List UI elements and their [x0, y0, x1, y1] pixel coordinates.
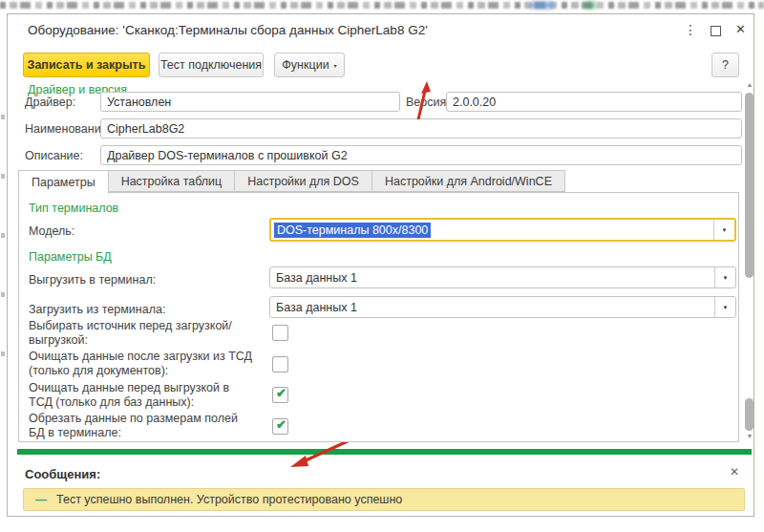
download-from-terminal-combobox[interactable]: База данных 1 ▼	[269, 296, 736, 318]
clear-before-upload-checkbox[interactable]: ✔	[272, 387, 288, 403]
test-connection-button[interactable]: Тест подключения	[159, 53, 264, 77]
clear-after-load-label: Очищать данные после загрузки из ТСД (то…	[29, 350, 256, 378]
model-label: Модель:	[29, 224, 74, 238]
tab-parameters[interactable]: Параметры	[18, 170, 109, 194]
chevron-down-icon: ▾	[334, 62, 337, 69]
settings-tabs: Параметры Настройка таблиц Настройки для…	[18, 170, 565, 194]
messages-close-icon[interactable]: ✕	[730, 465, 739, 479]
upload-to-terminal-label: Выгрузить в терминал:	[29, 273, 156, 287]
background-edge-marks	[1, 115, 5, 372]
name-field[interactable]	[100, 118, 742, 138]
download-selected-value: База данных 1	[270, 301, 357, 314]
parameters-tab-panel: Тип терминалов Модель: DOS-терминалы 800…	[18, 192, 739, 442]
form-scrollbar[interactable]: ▲ ▼	[743, 81, 756, 440]
version-field[interactable]	[446, 92, 742, 112]
trim-data-label: Обрезать данные по размерам полей БД в т…	[29, 412, 256, 440]
clear-before-upload-label: Очищать данные перед выгрузкой в ТСД (то…	[29, 381, 256, 410]
db-parameters-header: Параметры БД	[29, 250, 112, 264]
name-label: Наименование:	[25, 122, 111, 136]
download-dropdown-button[interactable]: ▼	[714, 297, 735, 317]
scrollbar-thumb[interactable]	[745, 93, 753, 278]
driver-label: Драйвер:	[25, 96, 75, 109]
upload-to-terminal-combobox[interactable]: База данных 1 ▼	[269, 266, 736, 288]
functions-label: Функции	[282, 58, 329, 72]
terminal-type-header: Тип терминалов	[29, 202, 118, 215]
tab-table-setup[interactable]: Настройка таблиц	[108, 170, 236, 192]
tab-dos-settings[interactable]: Настройки для DOS	[234, 170, 372, 192]
tab-android-wince-settings[interactable]: Настройки для Android/WinCE	[371, 170, 565, 192]
message-text: Тест успешно выполнен. Устройство протес…	[56, 493, 402, 506]
message-dash-icon: —	[35, 493, 47, 506]
scroll-up-icon[interactable]: ▲	[743, 81, 756, 89]
scroll-down-icon[interactable]: ▼	[743, 433, 756, 440]
model-selected-value: DOS-терминалы 800x/8300	[274, 223, 431, 238]
success-progress-bar	[17, 449, 752, 455]
background-blur-accent	[531, 2, 554, 9]
close-icon[interactable]: ✕	[735, 22, 746, 37]
model-dropdown-button[interactable]: ▼	[713, 220, 734, 240]
model-combobox[interactable]: DOS-терминалы 800x/8300 ▼	[269, 218, 736, 242]
description-label: Описание:	[25, 149, 83, 162]
choose-source-label: Выбирать источник перед загрузкой/выгруз…	[29, 319, 256, 348]
messages-header: Сообщения:	[25, 467, 100, 481]
help-button[interactable]: ?	[711, 53, 739, 77]
trim-data-checkbox[interactable]: ✔	[272, 418, 288, 435]
background-blur-accent	[584, 2, 596, 9]
checkmark-icon: ✔	[276, 418, 286, 431]
chevron-down-icon: ▼	[723, 305, 729, 310]
driver-field[interactable]	[100, 92, 400, 112]
upload-dropdown-button[interactable]: ▼	[714, 267, 735, 287]
clear-after-load-checkbox[interactable]: ✔	[272, 356, 288, 372]
background-blur-strip	[0, 2, 764, 9]
more-menu-icon[interactable]: ⋮	[684, 22, 697, 37]
window-title: Оборудование: 'Сканкод:Терминалы сбора д…	[28, 23, 428, 37]
download-from-terminal-label: Загрузить из терминала:	[29, 303, 165, 316]
scrollbar-thumb[interactable]	[745, 398, 753, 431]
chevron-down-icon: ▼	[722, 227, 728, 233]
description-field[interactable]	[100, 145, 742, 165]
chevron-down-icon: ▼	[723, 275, 729, 281]
functions-menu-button[interactable]: Функции ▾	[274, 53, 345, 77]
upload-selected-value: База данных 1	[270, 271, 357, 285]
equipment-dialog: Оборудование: 'Сканкод:Терминалы сбора д…	[7, 13, 754, 517]
save-and-close-button[interactable]: Записать и закрыть	[23, 53, 150, 77]
checkmark-icon: ✔	[276, 387, 286, 399]
version-label: Версия:	[406, 96, 450, 109]
maximize-icon[interactable]	[711, 26, 721, 36]
choose-source-checkbox[interactable]: ✔	[272, 325, 288, 341]
message-list-item[interactable]: — Тест успешно выполнен. Устройство прот…	[23, 488, 745, 511]
